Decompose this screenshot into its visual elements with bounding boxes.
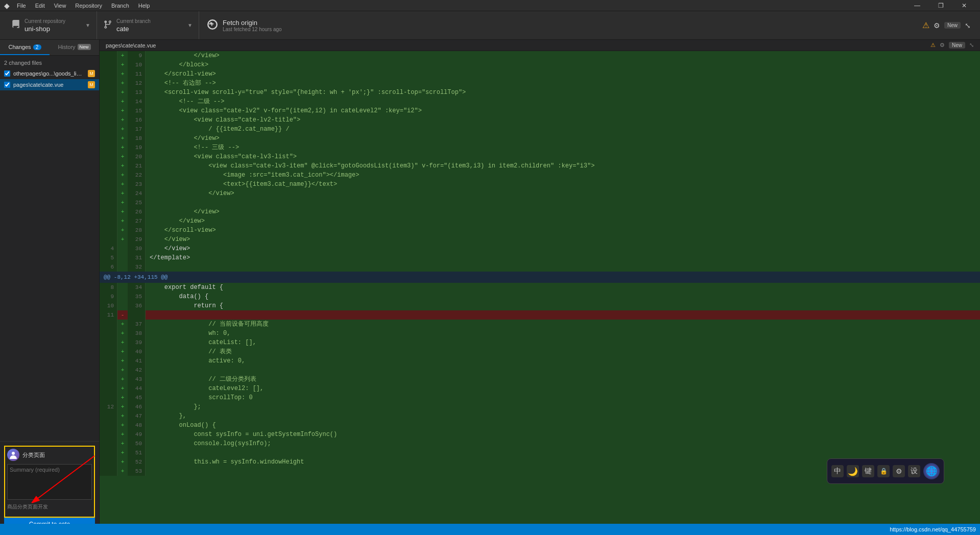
current-branch-section[interactable]: Current branch cate ▼: [97, 11, 199, 39]
sys-icon-lock[interactable]: 🔒: [877, 465, 890, 477]
warning-icon: ⚠: [922, 20, 929, 30]
menu-view[interactable]: View: [50, 2, 70, 10]
sys-icon-zh[interactable]: 中: [831, 465, 844, 477]
menu-repository[interactable]: Repository: [71, 2, 106, 10]
branch-name: cate: [116, 25, 151, 33]
line-content: cateList: [],: [146, 338, 980, 347]
close-button[interactable]: ✕: [952, 0, 976, 11]
line-content: <view class="cate-lv2" v-for="(item2,i2)…: [146, 106, 980, 115]
app-icon: ◆: [4, 2, 10, 10]
line-old-number: [100, 171, 117, 180]
line-old-number: [100, 198, 117, 207]
line-new-number: 40: [128, 347, 146, 356]
commit-message-input[interactable]: [7, 464, 92, 500]
line-old-number: [100, 347, 117, 356]
file-item-cate[interactable]: pages\cate\cate.vue M: [0, 79, 99, 90]
new-badge-code[interactable]: New: [949, 42, 965, 48]
code-line: +38 wh: 0,: [100, 329, 980, 338]
line-content: <!-- 三级 -->: [146, 143, 980, 152]
tab-history[interactable]: History New: [50, 40, 99, 55]
minimize-button[interactable]: —: [905, 0, 929, 11]
new-badge[interactable]: New: [944, 22, 961, 29]
line-old-number: [100, 366, 117, 375]
line-mark: [117, 292, 128, 301]
breadcrumb-path: pages\cate\cate.vue: [106, 42, 156, 48]
line-new-number: 29: [128, 235, 146, 244]
code-line: +14 <!-- 二级 -->: [100, 97, 980, 106]
line-new-number: 41: [128, 356, 146, 366]
line-content: wh: 0,: [146, 329, 980, 338]
line-mark: [117, 253, 128, 262]
line-new-number: 49: [128, 430, 146, 439]
line-new-number: 34: [128, 283, 146, 292]
code-line: +16 <view class="cate-lv2-title">: [100, 115, 980, 125]
file-checkbox-cate[interactable]: [4, 82, 10, 88]
settings-icon-small[interactable]: ⚙: [940, 42, 945, 48]
file-name-cate: pages\cate\cate.vue: [13, 82, 85, 88]
line-content: },: [146, 411, 980, 421]
line-content: data() {: [146, 292, 980, 301]
line-mark: +: [117, 421, 128, 430]
line-old-number: 6: [100, 262, 117, 272]
code-line: +50 console.log(sysInfo);: [100, 439, 980, 448]
line-content: <text>{{item3.cat_name}}</text>: [146, 180, 980, 189]
line-mark: +: [117, 347, 128, 356]
line-mark: [117, 262, 128, 272]
line-old-number: [100, 448, 117, 457]
sys-icon-keyboard[interactable]: 键: [862, 465, 874, 477]
code-line: +40 // 表类: [100, 347, 980, 356]
commit-username: 分类页面: [22, 451, 92, 459]
expand-icon[interactable]: ⤡: [965, 21, 971, 30]
line-content: </view>: [146, 134, 980, 143]
line-mark: +: [117, 115, 128, 125]
code-line: +42: [100, 366, 980, 375]
line-old-number: [100, 320, 117, 329]
tab-changes[interactable]: Changes 2: [0, 40, 50, 55]
sys-icon-settings[interactable]: ⚙: [893, 465, 905, 477]
titlebar: ◆ File Edit View Repository Branch Help …: [0, 0, 980, 11]
sys-icon-globe[interactable]: 🌐: [923, 463, 940, 479]
line-new-number: 14: [128, 97, 146, 106]
current-repo-section[interactable]: Current repository uni-shop ▼: [5, 11, 97, 39]
code-line: +27 </view>: [100, 216, 980, 226]
sys-icon-moon[interactable]: 🌙: [847, 465, 859, 477]
line-mark: [117, 301, 128, 310]
fetch-origin-section[interactable]: Fetch origin Last fetched 12 hours ago: [199, 11, 290, 39]
commit-avatar: [7, 449, 19, 461]
line-mark: +: [117, 411, 128, 421]
line-mark: +: [117, 69, 128, 79]
branch-text: Current branch cate: [116, 18, 151, 33]
line-new-number: 30: [128, 244, 146, 253]
maximize-button[interactable]: ❐: [929, 0, 952, 11]
line-new-number: 25: [128, 198, 146, 207]
menu-file[interactable]: File: [13, 2, 30, 10]
line-new-number: 17: [128, 125, 146, 134]
code-line: +11 </scroll-view>: [100, 69, 980, 79]
line-mark: +: [117, 79, 128, 88]
line-content: onLoad() {: [146, 421, 980, 430]
menu-help[interactable]: Help: [134, 2, 154, 10]
line-mark: +: [117, 60, 128, 69]
line-mark: [117, 283, 128, 292]
sidebar-tabs: Changes 2 History New: [0, 40, 99, 56]
code-line: +20 <view class="cate-lv3-list">: [100, 152, 980, 161]
settings-icon[interactable]: ⚙: [934, 21, 940, 30]
changes-badge: 2: [33, 44, 41, 50]
file-item-goods[interactable]: otherpages\go...\goods_list.vue M: [0, 68, 99, 79]
line-content: <scroll-view scroll-y="true" style="{hei…: [146, 88, 980, 97]
line-old-number: 11: [100, 310, 117, 320]
file-checkbox-goods[interactable]: [4, 70, 10, 77]
line-new-number: 20: [128, 152, 146, 161]
code-line: +26 </view>: [100, 207, 980, 216]
menu-branch[interactable]: Branch: [107, 2, 133, 10]
fetch-icon: [207, 19, 218, 31]
expand-icon-small[interactable]: ⤡: [969, 42, 974, 48]
line-content: <!-- 二级 -->: [146, 97, 980, 106]
menu-edit[interactable]: Edit: [31, 2, 49, 10]
repo-icon: [11, 20, 20, 31]
line-new-number: 43: [128, 375, 146, 384]
line-content: export default {: [146, 283, 980, 292]
line-mark: +: [117, 467, 128, 476]
statusbar-url[interactable]: https://blog.csdn.net/qq_44755759: [890, 526, 976, 532]
sys-icon-setting2[interactable]: 设: [908, 465, 920, 477]
